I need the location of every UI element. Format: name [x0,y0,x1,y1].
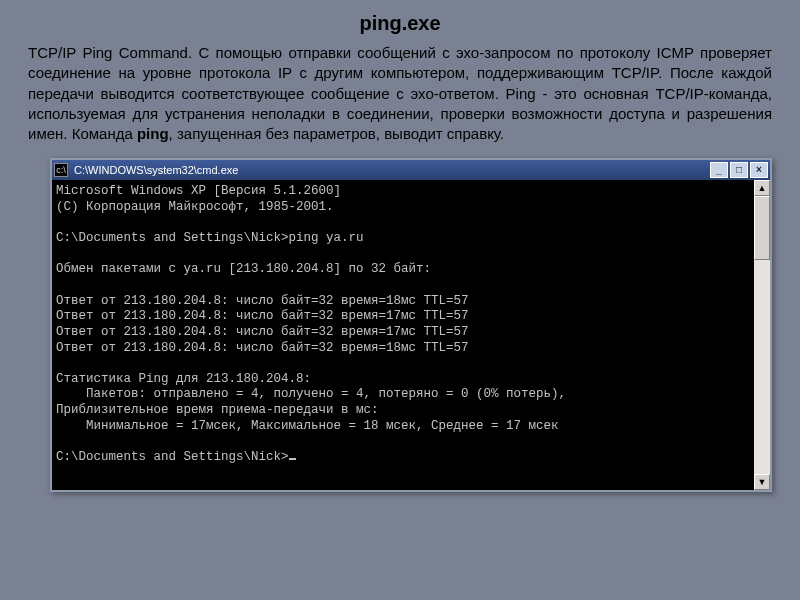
cmd-line: Ответ от 213.180.204.8: число байт=32 вр… [56,341,469,355]
scroll-up-button[interactable]: ▲ [754,180,770,196]
scroll-down-button[interactable]: ▼ [754,474,770,490]
description-text-2: , запущенная без параметров, выводит спр… [169,125,504,142]
cmd-line: Пакетов: отправлено = 4, получено = 4, п… [56,387,566,401]
cmd-body-wrap: Microsoft Windows XP [Версия 5.1.2600] (… [52,180,770,490]
cmd-prompt-line: C:\Documents and Settings\Nick> [56,450,289,464]
cmd-line: Ответ от 213.180.204.8: число байт=32 вр… [56,309,469,323]
description-bold: ping [137,125,169,142]
maximize-button[interactable]: □ [730,162,748,178]
cmd-window: c:\ C:\WINDOWS\system32\cmd.exe _ □ × Mi… [50,158,772,492]
cmd-titlebar[interactable]: c:\ C:\WINDOWS\system32\cmd.exe _ □ × [52,160,770,180]
scroll-thumb[interactable] [754,196,770,260]
cmd-line: Приблизительное время приема-передачи в … [56,403,379,417]
window-buttons: _ □ × [710,162,768,178]
cmd-line: (C) Корпорация Майкрософт, 1985-2001. [56,200,334,214]
scrollbar[interactable]: ▲ ▼ [754,180,770,490]
cmd-line: Microsoft Windows XP [Версия 5.1.2600] [56,184,341,198]
page-title: ping.exe [0,0,800,43]
cmd-line: Ответ от 213.180.204.8: число байт=32 вр… [56,294,469,308]
cmd-line: Статистика Ping для 213.180.204.8: [56,372,311,386]
cmd-line: C:\Documents and Settings\Nick>ping ya.r… [56,231,364,245]
cmd-line: Обмен пакетами с ya.ru [213.180.204.8] п… [56,262,431,276]
scroll-track[interactable] [754,196,770,474]
cmd-line: Минимальное = 17мсек, Максимальное = 18 … [56,419,559,433]
cmd-line: Ответ от 213.180.204.8: число байт=32 вр… [56,325,469,339]
minimize-button[interactable]: _ [710,162,728,178]
close-button[interactable]: × [750,162,768,178]
cursor-icon [289,458,296,460]
cmd-output[interactable]: Microsoft Windows XP [Версия 5.1.2600] (… [52,180,754,490]
cmd-icon: c:\ [54,163,68,177]
description-paragraph: TCP/IP Ping Command. С помощью отправки … [0,43,800,154]
cmd-title-text: C:\WINDOWS\system32\cmd.exe [74,164,710,176]
